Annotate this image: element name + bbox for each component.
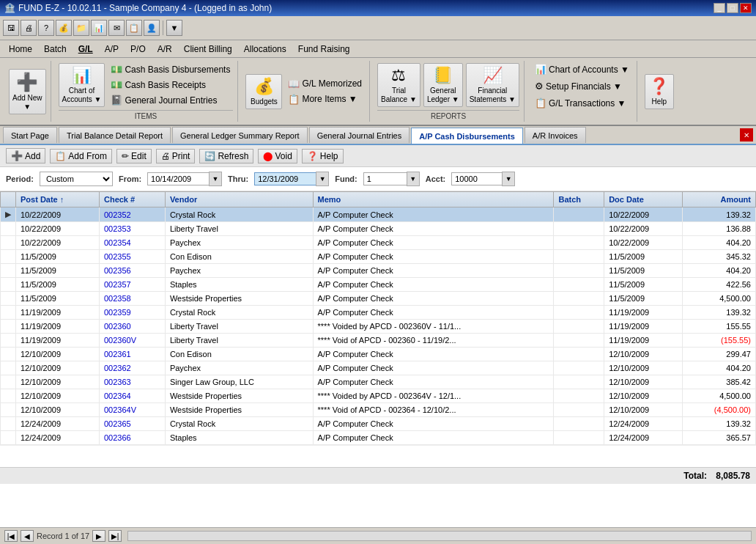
chart-btn[interactable]: 📊 [91,20,107,36]
close-button[interactable]: ✕ [740,3,752,13]
cash-disb-icon: 💵 [111,64,122,75]
menu-clientbilling[interactable]: Client Billing [178,42,238,56]
edit-button[interactable]: ✏ Edit [116,149,152,163]
table-row[interactable]: 11/19/2009002360VLiberty Travel**** Void… [1,334,756,348]
col-vendor[interactable]: Vendor [165,192,313,207]
budgets-button[interactable]: 💰 Budgets [245,74,282,109]
menu-ar[interactable]: A/R [152,42,178,56]
col-batch[interactable]: Batch [554,192,604,207]
help-quick-btn[interactable]: ? [38,20,54,36]
header-row: Post Date Check # Vendor Memo Batch Doc … [1,192,756,207]
nav-last-btn[interactable]: ▶| [108,530,122,542]
financial-statements-button[interactable]: 📈 FinancialStatements ▼ [466,63,519,107]
tab-general-ledger-summary[interactable]: General Ledger Summary Report [172,127,308,143]
general-ledger-button[interactable]: 📒 GeneralLedger ▼ [423,63,463,107]
print-quick-btn[interactable]: 🖨 [21,20,37,36]
tab-ar-invoices[interactable]: A/R Invoices [525,127,586,143]
tab-start-page[interactable]: Start Page [3,127,57,143]
fund-dropdown-btn[interactable]: ▼ [407,172,420,186]
horizontal-scrollbar[interactable] [127,531,752,541]
help-button[interactable]: ❓ Help [645,74,674,109]
chart-accounts-report-button[interactable]: 📊 Chart of Accounts ▼ [532,62,632,76]
period-select[interactable]: Custom [40,172,113,186]
table-row[interactable]: 12/10/2009002364Westside Properties**** … [1,389,756,403]
table-row[interactable]: 12/10/2009002361Con EdisonA/P Computer C… [1,348,756,361]
menu-allocations[interactable]: Allocations [238,42,292,56]
chart-accounts-label: Chart ofAccounts ▼ [62,87,102,104]
thru-dropdown-btn[interactable]: ▼ [316,172,329,186]
help-filter-button[interactable]: ❓ Help [302,149,344,163]
financial-stmt-label: FinancialStatements ▼ [470,87,516,104]
refresh-button[interactable]: 🔄 Refresh [199,149,253,163]
general-journal-button[interactable]: 📓 General Journal Entries [108,93,233,107]
folder-btn[interactable]: 📁 [73,20,89,36]
menu-home[interactable]: Home [3,42,38,56]
menu-batch[interactable]: Batch [38,42,73,56]
cash-rec-label: Cash Basis Receipts [125,80,206,90]
from-input[interactable] [147,172,210,185]
period-bar: Period: Custom From: ▼ Thru: ▼ Fund: ▼ A… [0,167,756,191]
trial-balance-button[interactable]: ⚖ TrialBalance ▼ [377,63,420,107]
nav-first-btn[interactable]: |◀ [4,530,18,542]
dropdown-btn[interactable]: ▼ [166,20,182,36]
menu-gl[interactable]: G/L [73,42,99,56]
mail-btn[interactable]: ✉ [108,20,125,36]
setup-financials-button[interactable]: ⚙ Setup Financials ▼ [532,79,625,93]
print-button[interactable]: 🖨 Print [156,149,196,163]
gl-memorized-button[interactable]: 📖 G/L Memorized [285,77,365,91]
chart-of-accounts-button[interactable]: 📊 Chart ofAccounts ▼ [59,63,105,107]
void-button[interactable]: ⬤ Void [258,149,297,163]
col-memo[interactable]: Memo [313,192,554,207]
thru-input[interactable] [254,172,316,185]
acct-input[interactable] [451,172,503,185]
new-btn[interactable]: 🖫 [3,20,19,36]
chart-accounts-icon: 📊 [72,66,92,85]
table-row[interactable]: ▶10/22/2009002352Crystal RockA/P Compute… [1,207,756,222]
col-amount[interactable]: Amount [683,192,756,207]
col-doc-date[interactable]: Doc Date [604,192,683,207]
gl-trans-icon: 📋 [535,98,546,109]
cash-disbursements-button[interactable]: 💵 Cash Basis Disbursements [108,62,233,76]
table-row[interactable]: 12/10/2009002364VWestside Properties****… [1,403,756,417]
table-row[interactable]: 12/10/2009002363Singer Law Group, LLCA/P… [1,375,756,389]
addnew-button[interactable]: ➕ Add New▼ [9,69,46,114]
table-row[interactable]: 11/5/2009002356PaychexA/P Computer Check… [1,264,756,278]
nav-prev-btn[interactable]: ◀ [21,530,34,542]
table-row[interactable]: 12/24/2009002365Crystal RockA/P Computer… [1,417,756,431]
report-btn[interactable]: 📋 [126,20,142,36]
tab-general-journal[interactable]: General Journal Entries [309,127,410,143]
table-row[interactable]: 11/5/2009002355Con EdisonA/P Computer Ch… [1,250,756,264]
addnew-icon: ➕ [16,72,38,92]
fund-input[interactable] [363,172,407,185]
more-items-button[interactable]: 📋 More Items ▼ [285,92,365,106]
acct-dropdown-btn[interactable]: ▼ [502,172,515,186]
table-row[interactable]: 11/19/2009002359Crystal RockA/P Computer… [1,306,756,320]
table-row[interactable]: 11/5/2009002357StaplesA/P Computer Check… [1,278,756,292]
person-btn[interactable]: 👤 [144,20,160,36]
add-from-button[interactable]: 📋 Add From [50,149,112,163]
tab-close-button[interactable]: ✕ [740,128,753,141]
money-btn[interactable]: 💰 [56,20,72,36]
tab-ap-cash-disbursements[interactable]: A/P Cash Disbursements [411,128,523,144]
table-row[interactable]: 11/5/2009002358Westside PropertiesA/P Co… [1,292,756,306]
cash-receipts-button[interactable]: 💵 Cash Basis Receipts [108,78,233,92]
add-button[interactable]: ➕ Add [6,148,45,163]
col-post-date[interactable]: Post Date [16,192,100,207]
table-row[interactable]: 11/19/2009002360Liberty Travel**** Voide… [1,320,756,334]
menu-po[interactable]: P/O [125,42,152,56]
table-row[interactable]: 10/22/2009002354PaychexA/P Computer Chec… [1,236,756,250]
table-row[interactable]: 12/24/2009002366StaplesA/P Computer Chec… [1,431,756,445]
title-bar-controls[interactable]: _ □ ✕ [714,3,752,13]
col-check[interactable]: Check # [99,192,165,207]
menu-fundraising[interactable]: Fund Raising [292,42,356,56]
from-dropdown-btn[interactable]: ▼ [209,172,222,186]
table-row[interactable]: 10/22/2009002353Liberty TravelA/P Comput… [1,222,756,236]
tab-trial-balance-detail[interactable]: Trial Balance Detail Report [59,127,171,143]
nav-next-btn[interactable]: ▶ [92,530,105,542]
gl-transactions-button[interactable]: 📋 G/L Transactions ▼ [532,96,629,110]
menu-ap[interactable]: A/P [99,42,125,56]
minimize-button[interactable]: _ [714,3,725,13]
maximize-button[interactable]: □ [727,3,738,13]
table-row[interactable]: 12/10/2009002362PaychexA/P Computer Chec… [1,361,756,375]
reports2-items: 📊 Chart of Accounts ▼ ⚙ Setup Financials… [532,62,632,120]
